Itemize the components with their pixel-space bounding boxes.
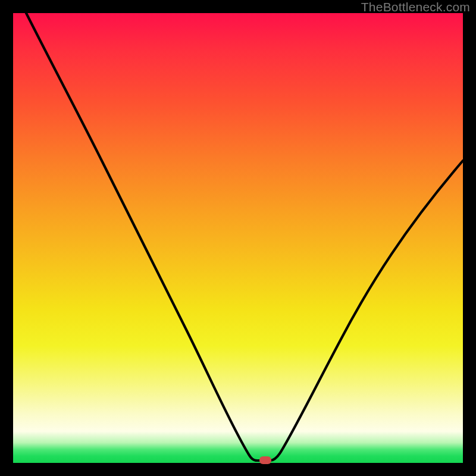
optimal-marker [259,456,271,464]
curve-svg [13,13,463,463]
plot-area [13,13,463,463]
watermark-text: TheBottleneck.com [361,0,470,14]
chart-frame: TheBottleneck.com [0,0,476,476]
bottleneck-curve [26,13,463,461]
